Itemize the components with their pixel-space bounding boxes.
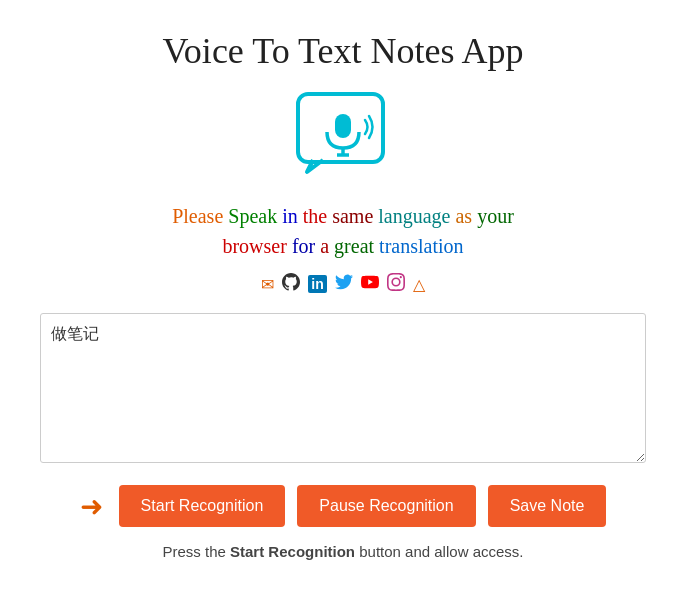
save-note-button[interactable]: Save Note <box>488 485 607 527</box>
linkedin-icon[interactable]: in <box>308 275 326 293</box>
pause-recognition-button[interactable]: Pause Recognition <box>297 485 475 527</box>
instructions-text: Press the Start Recognition button and a… <box>163 543 524 560</box>
email-icon[interactable]: ✉ <box>261 275 274 294</box>
instructions-suffix: button and allow access. <box>355 543 523 560</box>
action-buttons-row: ➜ Start Recognition Pause Recognition Sa… <box>80 485 607 527</box>
app-logo <box>293 92 393 181</box>
github-icon[interactable] <box>282 273 300 295</box>
arrow-indicator: ➜ <box>80 490 103 523</box>
instructions-highlight: Start Recognition <box>230 543 355 560</box>
notes-textarea-container: 做笔记 <box>40 313 646 467</box>
youtube-icon[interactable] <box>361 273 379 295</box>
notes-textarea[interactable]: 做笔记 <box>40 313 646 463</box>
twitter-icon[interactable] <box>335 273 353 295</box>
instagram-icon[interactable] <box>387 273 405 295</box>
social-icons-row: ✉ in △ <box>261 273 424 295</box>
instructions-prefix: Press the <box>163 543 231 560</box>
svg-rect-1 <box>335 114 351 138</box>
start-recognition-button[interactable]: Start Recognition <box>119 485 286 527</box>
subtitle-text: Please Speak in the same language as you… <box>172 201 514 261</box>
codepen-icon[interactable]: △ <box>413 275 425 294</box>
app-title: Voice To Text Notes App <box>163 30 524 72</box>
